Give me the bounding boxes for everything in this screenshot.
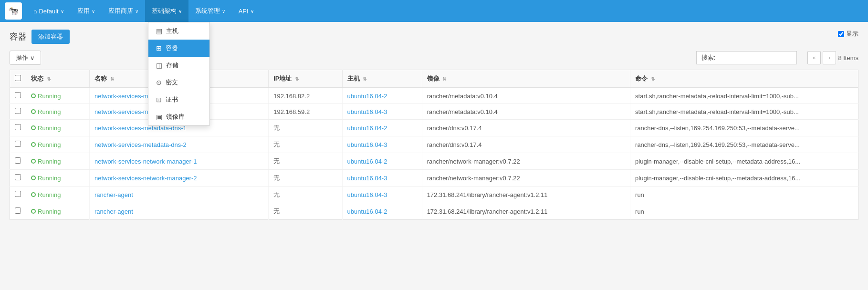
chevron-down-icon: ∨ [178, 9, 182, 14]
status-text: Running [38, 108, 61, 115]
row-checkbox-cell[interactable] [10, 170, 26, 186]
nav-default-label: Default [39, 8, 58, 15]
menu-item-secret[interactable]: ⊙ 密文 [148, 74, 209, 91]
toolbar-row: 操作 ∨ 搜索: « ‹ 8 Items [10, 51, 858, 65]
menu-cert-label: 证书 [166, 95, 178, 104]
nav-item-infra[interactable]: 基础架构 ∨ [145, 0, 188, 22]
row-checkbox-cell[interactable] [10, 88, 26, 104]
row-host-1[interactable]: ubuntu16.04-3 [342, 104, 422, 120]
row-name-6[interactable]: rancher-agent [89, 186, 268, 203]
table-row[interactable]: Running network-services-metadata-1 192.… [10, 88, 858, 104]
row-checkbox-cell[interactable] [10, 186, 26, 203]
row-image-0: rancher/metadata:v0.10.4 [422, 88, 630, 104]
row-host-3[interactable]: ubuntu16.04-3 [342, 136, 422, 153]
status-dot-icon [31, 159, 36, 164]
row-name-4[interactable]: network-services-network-manager-1 [89, 153, 268, 170]
secret-icon: ⊙ [156, 79, 162, 86]
row-checkbox-1[interactable] [15, 108, 21, 114]
menu-item-registry[interactable]: ▣ 镜像库 [148, 108, 209, 125]
col-status[interactable]: 状态 ⇅ [26, 70, 90, 88]
first-page-button[interactable]: « [807, 51, 821, 64]
row-host-6[interactable]: ubuntu16.04-3 [342, 186, 422, 203]
status-dot-icon [31, 93, 36, 98]
row-host-4[interactable]: ubuntu16.04-2 [342, 153, 422, 170]
row-name-3[interactable]: network-services-metadata-dns-2 [89, 136, 268, 153]
status-dot-icon [31, 192, 36, 197]
col-status-label: 状态 [31, 75, 43, 82]
row-checkbox-cell[interactable] [10, 120, 26, 136]
sort-command-icon: ⇅ [651, 76, 655, 82]
nav-item-system[interactable]: 系统管理 ∨ [188, 0, 232, 22]
chevron-down-icon: ∨ [135, 9, 138, 14]
row-command-5: plugin-manager,--disable-cni-setup,--met… [630, 170, 858, 186]
nav-item-apps[interactable]: 应用 ∨ [71, 0, 102, 22]
action-button[interactable]: 操作 ∨ [10, 51, 41, 65]
chevron-down-icon: ∨ [92, 9, 95, 14]
status-text: Running [38, 191, 61, 198]
row-host-0[interactable]: ubuntu16.04-2 [342, 88, 422, 104]
row-checkbox-2[interactable] [15, 124, 21, 130]
col-ip[interactable]: IP地址 ⇅ [269, 70, 342, 88]
items-count: 8 Items [838, 54, 858, 62]
status-text: Running [38, 208, 61, 215]
menu-item-cert[interactable]: ⊡ 证书 [148, 91, 209, 108]
row-checkbox-4[interactable] [15, 157, 21, 164]
row-checkbox-5[interactable] [15, 174, 21, 180]
select-all-checkbox[interactable] [15, 75, 21, 81]
col-command[interactable]: 命令 ⇅ [630, 70, 858, 88]
row-host-7[interactable]: ubuntu16.04-2 [342, 203, 422, 220]
table-row[interactable]: Running network-services-metadata-dns-2 … [10, 136, 858, 153]
row-command-6: run [630, 186, 858, 203]
menu-item-host[interactable]: ▤ 主机 [148, 22, 209, 40]
row-name-5[interactable]: network-services-network-manager-2 [89, 170, 268, 186]
table-row[interactable]: Running network-services-metadata-2 192.… [10, 104, 858, 120]
row-host-5[interactable]: ubuntu16.04-3 [342, 170, 422, 186]
col-image[interactable]: 镜像 ⇅ [422, 70, 630, 88]
row-checkbox-cell[interactable] [10, 136, 26, 153]
row-ip-5: 无 [269, 170, 342, 186]
nav-item-appstore[interactable]: 应用商店 ∨ [102, 0, 145, 22]
row-name-7[interactable]: rancher-agent [89, 203, 268, 220]
row-image-6: 172.31.68.241/library/rancher-agent:v1.2… [422, 186, 630, 203]
menu-storage-label: 存储 [166, 61, 178, 70]
containers-table: 状态 ⇅ 名称 ⇅ IP地址 ⇅ 主机 ⇅ 镜像 ⇅ [10, 70, 858, 220]
row-ip-6: 无 [269, 186, 342, 203]
row-status-6: Running [26, 186, 90, 203]
container-icon: ⊞ [156, 44, 162, 52]
table-row[interactable]: Running rancher-agent 无 ubuntu16.04-2 17… [10, 203, 858, 220]
status-dot-icon [31, 209, 36, 214]
row-checkbox-7[interactable] [15, 207, 21, 214]
row-command-0: start.sh,rancher-metadata,-reload-interv… [630, 88, 858, 104]
menu-item-container[interactable]: ⊞ 容器 [148, 40, 209, 57]
add-container-button[interactable]: 添加容器 [31, 30, 70, 44]
nav-item-api[interactable]: API ∨ [232, 0, 261, 22]
row-ip-1: 192.168.59.2 [269, 104, 342, 120]
row-host-2[interactable]: ubuntu16.04-2 [342, 120, 422, 136]
chevron-down-icon: ∨ [61, 9, 64, 14]
row-checkbox-0[interactable] [15, 92, 21, 98]
table-row[interactable]: Running rancher-agent 无 ubuntu16.04-3 17… [10, 186, 858, 203]
table-row[interactable]: Running network-services-network-manager… [10, 170, 858, 186]
nav-api-label: API [239, 8, 249, 15]
nav-item-default[interactable]: ⌂ Default ∨ [27, 0, 71, 22]
status-text: Running [38, 175, 61, 182]
col-image-label: 镜像 [427, 75, 439, 82]
search-input[interactable] [715, 54, 792, 62]
row-checkbox-3[interactable] [15, 141, 21, 147]
row-checkbox-cell[interactable] [10, 104, 26, 120]
display-checkbox[interactable] [838, 31, 844, 37]
row-checkbox-cell[interactable] [10, 203, 26, 220]
row-checkbox-cell[interactable] [10, 153, 26, 170]
col-host[interactable]: 主机 ⇅ [342, 70, 422, 88]
table-row[interactable]: Running network-services-network-manager… [10, 153, 858, 170]
col-name-label: 名称 [94, 75, 107, 82]
table-row[interactable]: Running network-services-metadata-dns-1 … [10, 120, 858, 136]
status-dot-icon [31, 176, 36, 180]
menu-item-storage[interactable]: ◫ 存储 [148, 57, 209, 74]
prev-page-button[interactable]: ‹ [823, 51, 836, 64]
row-checkbox-6[interactable] [15, 191, 21, 197]
sort-name-icon: ⇅ [110, 76, 114, 82]
row-status-2: Running [26, 120, 90, 136]
row-image-3: rancher/dns:v0.17.4 [422, 136, 630, 153]
select-all-col[interactable] [10, 70, 26, 88]
